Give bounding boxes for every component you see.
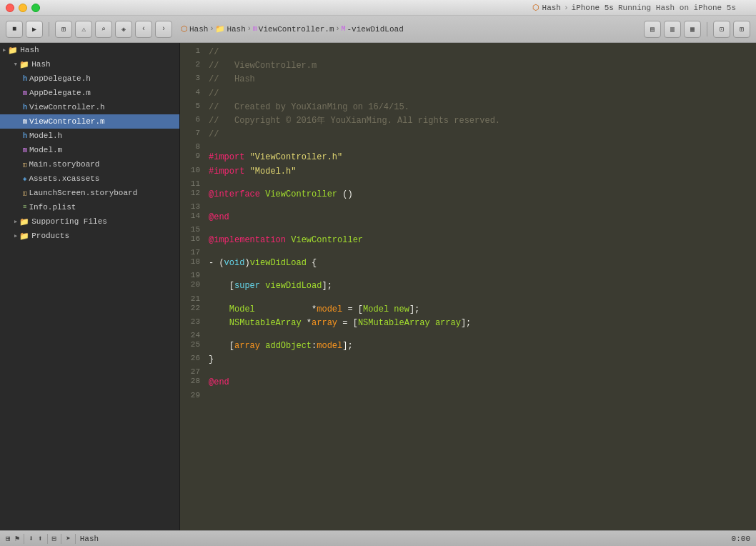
- titlebar-title: ⬡ Hash › iPhone 5s: [532, 3, 614, 12]
- code-line-10: 10 #import "Model.h": [180, 165, 756, 179]
- bottom-separator4: [75, 534, 76, 544]
- sidebar-item-model-h[interactable]: h Model.h: [0, 129, 179, 143]
- storyboard-icon2: ◫: [23, 189, 26, 197]
- main-layout: ▶ 📁 Hash ▶ 📁 Hash h AppDelegate.h m AppD…: [0, 43, 756, 530]
- sidebar-item-root[interactable]: ▶ 📁 Hash: [0, 43, 179, 57]
- sidebar-item-viewcontroller-h[interactable]: h ViewController.h: [0, 100, 179, 114]
- code-line-5: 5 // Created by YouXianMing on 16/4/15.: [180, 101, 756, 114]
- version-editor-btn[interactable]: ⊞: [733, 21, 750, 38]
- folder-icon2: 📁: [19, 217, 29, 227]
- breadcrumb-file[interactable]: ViewController.m: [259, 25, 334, 34]
- code-line-16: 16 @implementation ViewController: [180, 234, 756, 247]
- stop-button[interactable]: ■: [6, 21, 23, 38]
- code-line-17: 17: [180, 247, 756, 257]
- code-line-19: 19: [180, 270, 756, 279]
- bottom-grid-icon[interactable]: ⊞: [6, 534, 11, 543]
- m-icon: m: [23, 118, 27, 126]
- folder-icon: 📁: [8, 46, 18, 55]
- code-line-7: 7 //: [180, 128, 756, 142]
- toolbar: ■ ▶ ⊞ ⚠ ⌕ ◈ ‹ › ⬡ Hash › 📁 Hash › m View…: [0, 16, 756, 43]
- sidebar-item-assets[interactable]: ◈ Assets.xcassets: [0, 172, 179, 186]
- nav-back-button[interactable]: ⊞: [55, 21, 72, 38]
- sidebar-item-model-m[interactable]: m Model.m: [0, 143, 179, 157]
- code-line-3: 3 // Hash: [180, 73, 756, 86]
- m-icon: m: [23, 147, 27, 154]
- sidebar-item-supporting-files[interactable]: ▶ 📁 Supporting Files: [0, 214, 179, 229]
- xcassets-icon: ◈: [23, 175, 26, 183]
- search-button[interactable]: ⌕: [95, 21, 112, 38]
- triangle-icon: ▶: [3, 47, 6, 53]
- code-line-28: 28 @end: [180, 376, 756, 389]
- code-line-29: 29: [180, 390, 756, 399]
- breadcrumb-folder-icon: 📁: [215, 24, 225, 34]
- code-line-23: 23 NSMutableArray *array = [NSMutableArr…: [180, 317, 756, 330]
- sidebar-item-main-storyboard[interactable]: ◫ Main.storyboard: [0, 157, 179, 172]
- breadcrumb: ⬡ Hash › 📁 Hash › m ViewController.m › M…: [181, 24, 404, 34]
- run-button[interactable]: ▶: [26, 21, 43, 38]
- maximize-button[interactable]: [31, 4, 40, 12]
- bottom-bar-right: 0:00: [732, 535, 750, 543]
- view-toggle-1[interactable]: ▤: [644, 21, 661, 38]
- sidebar-item-launchscreen[interactable]: ◫ LaunchScreen.storyboard: [0, 186, 179, 200]
- bottom-down-icon[interactable]: ⬇: [29, 534, 34, 543]
- plist-icon: ≡: [23, 204, 26, 211]
- app-icon: ⬡: [532, 3, 539, 12]
- status-text: Running Hash on iPhone 5s: [618, 4, 750, 12]
- sidebar-item-info-plist[interactable]: ≡ Info.plist: [0, 200, 179, 214]
- code-line-15: 15: [180, 224, 756, 234]
- view-toggle-3[interactable]: ▦: [684, 21, 701, 38]
- close-button[interactable]: [6, 4, 14, 12]
- sidebar-main-storyboard-label: Main.storyboard: [29, 160, 99, 169]
- bottom-flag-icon[interactable]: ⚑: [15, 534, 20, 543]
- nav-next-button[interactable]: ›: [155, 21, 172, 38]
- sidebar-viewcontroller-h-label: ViewController.h: [29, 103, 105, 111]
- sidebar-hash-label: Hash: [31, 60, 50, 69]
- view-toggle-2[interactable]: ▥: [664, 21, 681, 38]
- folder-icon3: 📁: [19, 232, 29, 241]
- toolbar-right: ▤ ▥ ▦ ⊡ ⊞: [644, 21, 750, 38]
- storyboard-icon: ◫: [23, 161, 26, 169]
- code-line-21: 21: [180, 294, 756, 303]
- sidebar-launchscreen-label: LaunchScreen.storyboard: [29, 189, 137, 197]
- h-icon: h: [23, 132, 27, 140]
- code-line-20: 20 [super viewDidLoad];: [180, 279, 756, 293]
- bottom-separator1: [24, 534, 24, 544]
- sidebar-item-appdelegate-h[interactable]: h AppDelegate.h: [0, 71, 179, 86]
- nav-prev-button[interactable]: ‹: [135, 21, 152, 38]
- breadcrumb-hash2[interactable]: Hash: [227, 25, 245, 34]
- bottom-right-time: 0:00: [732, 535, 750, 543]
- sidebar-item-viewcontroller-m[interactable]: m ViewController.m: [0, 114, 179, 129]
- h-icon: h: [23, 104, 27, 111]
- sidebar-item-products[interactable]: ▶ 📁 Products: [0, 229, 179, 243]
- bottom-columns-icon[interactable]: ⊟: [52, 534, 57, 543]
- assistant-editor-btn[interactable]: ⊡: [713, 21, 730, 38]
- code-area: 1 // 2 // ViewController.m 3 // Hash 4 /…: [180, 43, 756, 402]
- minimize-button[interactable]: [19, 4, 27, 12]
- separator: [49, 22, 49, 36]
- bottom-bar: ⊞ ⚑ ⬇ ⬆ ⊟ ➤ Hash 0:00: [0, 530, 756, 546]
- issues-button[interactable]: ⚠: [75, 21, 92, 38]
- bottom-up-icon[interactable]: ⬆: [38, 534, 43, 543]
- breadcrumb-hash1[interactable]: Hash: [189, 25, 208, 34]
- code-line-18: 18 - (void)viewDidLoad {: [180, 257, 756, 270]
- sidebar-model-h-label: Model.h: [29, 131, 62, 140]
- triangle-open-icon: ▶: [13, 63, 19, 66]
- breakpoint-button[interactable]: ◈: [115, 21, 132, 38]
- code-line-25: 25 [array addObject:model];: [180, 339, 756, 353]
- code-line-4: 4 //: [180, 87, 756, 101]
- breadcrumb-method[interactable]: -viewDidLoad: [347, 25, 404, 34]
- code-line-27: 27: [180, 367, 756, 376]
- code-line-8: 8: [180, 142, 756, 151]
- sidebar-item-hash-group[interactable]: ▶ 📁 Hash: [0, 57, 179, 71]
- sidebar-item-appdelegate-m[interactable]: m AppDelegate.m: [0, 86, 179, 100]
- bottom-arrow-icon[interactable]: ➤: [66, 534, 71, 543]
- code-line-9: 9 #import "ViewController.h": [180, 151, 756, 164]
- h-icon: h: [23, 75, 27, 83]
- code-line-12: 12 @interface ViewController (): [180, 188, 756, 202]
- folder-icon: 📁: [19, 60, 29, 69]
- breadcrumb-m-icon: m: [253, 25, 257, 33]
- code-line-2: 2 // ViewController.m: [180, 59, 756, 73]
- triangle-icon2: ▶: [14, 219, 17, 224]
- breadcrumb-m-icon2: M: [342, 25, 346, 33]
- editor[interactable]: 1 // 2 // ViewController.m 3 // Hash 4 /…: [180, 43, 756, 530]
